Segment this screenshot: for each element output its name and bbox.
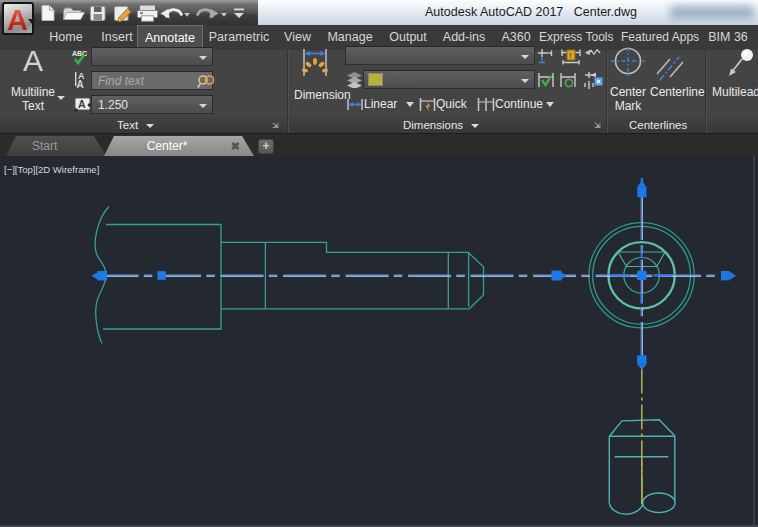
svg-text:A: A [77,79,84,90]
svg-text:A: A [78,98,86,110]
svg-text:!: ! [569,51,572,60]
